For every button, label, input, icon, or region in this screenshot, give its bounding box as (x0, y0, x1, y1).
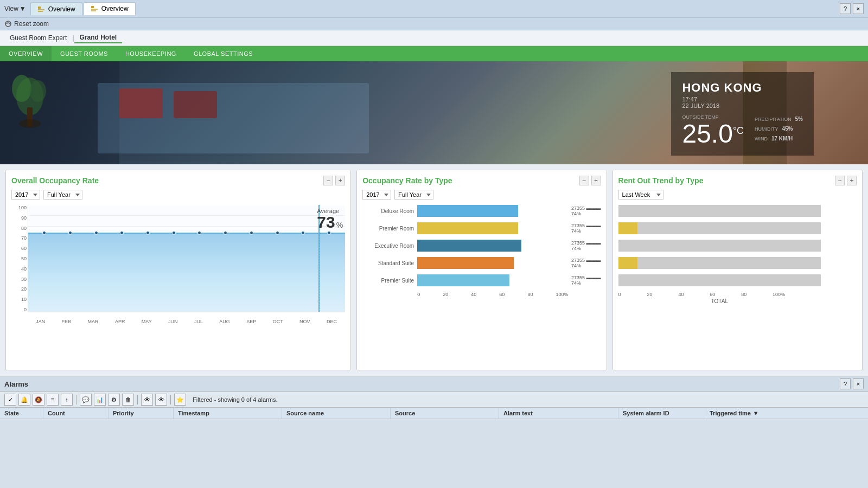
alarm-tool-bell[interactable]: 🔔 (18, 394, 30, 406)
rot-filters: Last WeekLast MonthLast Year (618, 190, 857, 200)
breadcrumb-guest-room-expert[interactable]: Guest Room Expert (4, 33, 72, 43)
rot-chart: 0 20 40 60 80 100% TOTAL (618, 205, 857, 364)
overall-occupancy-panel: Overall Occupancy Rate − + 2017 2018 Ful… (5, 170, 351, 370)
alarm-tool-comment[interactable]: 💬 (80, 394, 92, 406)
overall-occupancy-plus[interactable]: + (335, 176, 345, 185)
overall-occupancy-chart: 100 90 80 70 60 50 40 30 20 10 0 (11, 205, 345, 364)
humidity-row: HUMIDITY 45% (755, 124, 803, 134)
tab-label-2: Overview (101, 5, 129, 12)
average-number: 73 (317, 214, 335, 230)
obt-bar-deluxe-container (417, 205, 566, 217)
obt-minus[interactable]: − (579, 176, 589, 185)
alarms-close-button[interactable]: × (853, 378, 864, 389)
tab-overview1[interactable]: Overview (30, 2, 82, 15)
nav-global-settings[interactable]: GLOBAL SETTINGS (185, 46, 261, 61)
tab-overview2[interactable]: Overview (84, 2, 136, 15)
rot-row-2 (618, 222, 857, 234)
alarms-col-alarm-text: Alarm text (499, 408, 618, 419)
top-bar-left: View ▼ Overview Overview (4, 2, 136, 15)
svg-rect-0 (38, 7, 41, 9)
alarm-filter-text: Filtered - showing 0 of 4 alarms. (193, 396, 278, 403)
obt-plus[interactable]: + (591, 176, 601, 185)
chart-dot (146, 231, 150, 235)
rot-x-axis: 0 20 40 60 80 100% (618, 292, 821, 297)
wind-row: WIND 17 KM/H (755, 134, 803, 144)
overall-year-select[interactable]: 2017 2018 (11, 190, 40, 200)
occupancy-by-type-header: Occupancy Rate by Type − + (362, 176, 601, 185)
help-button[interactable]: ? (840, 3, 851, 14)
weather-widget: HONG KONG 17:47 22 JULY 2018 OUTSIDE TEM… (671, 72, 814, 156)
alarms-col-timestamp: Timestamp (174, 408, 282, 419)
alarm-tool-eye1[interactable]: 👁 (141, 394, 153, 406)
alarm-tool-list[interactable]: ≡ (47, 394, 59, 406)
chart-dot (68, 231, 72, 235)
reset-zoom-label: Reset zoom (14, 20, 49, 28)
chart-dots (28, 231, 345, 235)
rot-plus[interactable]: + (847, 176, 857, 185)
temp-display: 25.0 °C (682, 121, 744, 147)
obt-chart: Deluxe Room 27355 ▬▬▬ 74% Premier Room 2… (362, 205, 601, 364)
obt-period-select[interactable]: Full YearQ1Q2Q3Q4 (394, 190, 433, 200)
chart-dot (250, 231, 253, 235)
wind-value: 17 KM/H (771, 136, 793, 142)
alarm-tool-mute[interactable]: 🔕 (33, 394, 44, 406)
reset-zoom-icon (4, 20, 12, 28)
reset-zoom-bar: Reset zoom (0, 18, 868, 30)
rot-bar-1 (618, 205, 857, 217)
obt-row-deluxe: Deluxe Room 27355 ▬▬▬ 74% (362, 205, 601, 217)
alarms-col-system-alarm-id: System alarm ID (618, 408, 705, 419)
occupancy-by-type-title: Occupancy Rate by Type (362, 176, 452, 185)
close-button[interactable]: × (853, 3, 864, 14)
overall-occupancy-title: Overall Occupancy Rate (11, 176, 99, 185)
obt-bar-suite (417, 274, 509, 286)
chart-dot (42, 231, 46, 235)
rot-minus[interactable]: − (835, 176, 845, 185)
alarms-help-button[interactable]: ? (840, 378, 851, 389)
obt-row-premier: Premier Room 27355 ▬▬▬ 74% (362, 222, 601, 234)
top-bar: View ▼ Overview Overview (0, 0, 868, 18)
overall-occupancy-header: Overall Occupancy Rate − + (11, 176, 345, 185)
alarms-toolbar: ✓ 🔔 🔕 ≡ ↑ 💬 📊 ⚙ 🗑 👁 👁 ⭐ Filtered - showi… (0, 392, 868, 408)
weather-details: PRECIPITATION 5% HUMIDITY 45% WIND 17 KM… (755, 114, 803, 144)
alarm-tool-check[interactable]: ✓ (4, 394, 16, 406)
alarm-tool-eye2[interactable]: 👁 (155, 394, 167, 406)
alarms-table-header: State Count Priority Timestamp Source na… (0, 408, 868, 419)
chart-dot (301, 231, 305, 235)
chart-dot (120, 231, 124, 235)
alarms-col-triggered-time: Triggered time ▼ (705, 408, 868, 419)
top-controls: ? × (840, 3, 864, 14)
rot-period-select[interactable]: Last WeekLast MonthLast Year (618, 190, 663, 200)
alarm-tool-export[interactable]: ↑ (61, 394, 73, 406)
obt-year-select[interactable]: 20172018 (362, 190, 391, 200)
alarms-header: Alarms ? × (0, 376, 868, 392)
svg-point-11 (19, 119, 41, 128)
chart-plot-area (28, 205, 345, 312)
obt-bar-suite-container (417, 274, 566, 286)
weather-date: 22 JULY 2018 (682, 102, 803, 109)
obt-meta-standard: 27355 ▬▬▬ 74% (571, 258, 601, 268)
dashboard: Overall Occupancy Rate − + 2017 2018 Ful… (0, 164, 868, 376)
nav-guest-rooms[interactable]: GUEST ROOMS (52, 46, 117, 61)
hero-banner: HONG KONG 17:47 22 JULY 2018 OUTSIDE TEM… (0, 61, 868, 164)
alarm-tool-stats[interactable]: 📊 (94, 394, 106, 406)
rent-out-trend-controls: − + (835, 176, 857, 185)
chart-dot (94, 231, 98, 235)
nav-overview[interactable]: OVERVIEW (0, 46, 52, 61)
rent-out-trend-title: Rent Out Trend by Type (618, 176, 704, 185)
breadcrumb-grand-hotel[interactable]: Grand Hotel (74, 33, 123, 43)
reset-zoom-button[interactable]: Reset zoom (4, 20, 49, 28)
nav-menu: OVERVIEW GUEST ROOMS HOUSEKEEPING GLOBAL… (0, 46, 868, 61)
overall-period-select[interactable]: Full Year Q1Q2Q3Q4 (43, 190, 82, 200)
chart-fill (28, 234, 345, 312)
alarm-tool-settings[interactable]: ⚙ (108, 394, 120, 406)
breadcrumb: Guest Room Expert | Grand Hotel (0, 30, 868, 46)
weather-temp-row: OUTSIDE TEMP 25.0 °C PRECIPITATION 5% HU… (682, 114, 803, 147)
nav-housekeeping[interactable]: HOUSEKEEPING (117, 46, 185, 61)
alarm-tool-star[interactable]: ⭐ (174, 394, 186, 406)
rot-row-3 (618, 240, 857, 252)
rot-row-1 (618, 205, 857, 217)
overall-occupancy-minus[interactable]: − (323, 176, 333, 185)
alarm-tool-delete[interactable]: 🗑 (122, 394, 134, 406)
obt-row-standard: Standard Suite 27355 ▬▬▬ 74% (362, 257, 601, 269)
view-menu-button[interactable]: View ▼ (4, 5, 26, 12)
